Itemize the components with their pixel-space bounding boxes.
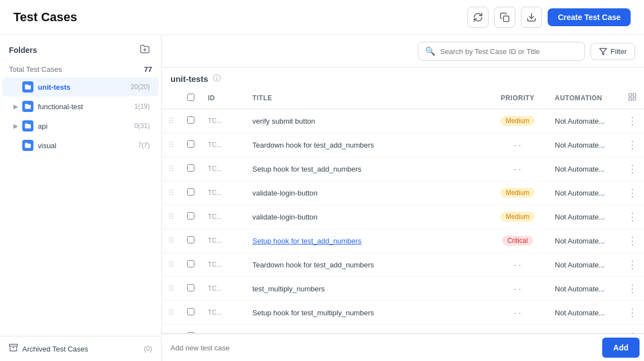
row-checkbox[interactable]: [187, 188, 194, 196]
sidebar: Folders Total Test Cases 77 unit-tests 2…: [0, 35, 162, 361]
drag-handle[interactable]: ⠿: [162, 181, 180, 205]
row-id: TC...: [201, 229, 246, 253]
drag-handle[interactable]: ⠿: [162, 133, 180, 157]
row-more-button[interactable]: ⋮: [621, 133, 644, 157]
drag-handle[interactable]: ⠿: [162, 301, 180, 325]
row-checkbox[interactable]: [187, 308, 194, 315]
search-bar: 🔍 Filter: [162, 35, 644, 68]
row-more-button[interactable]: ⋮: [621, 277, 644, 301]
priority-badge: Medium: [500, 116, 535, 126]
row-checkbox-cell: [180, 133, 201, 157]
sidebar-item-functional-test[interactable]: ▶ functional-test 1(19): [2, 97, 159, 116]
archive-icon: [9, 343, 18, 354]
table-row: ⠿TC...test_multiply_numbers- -Not Automa…: [162, 277, 644, 301]
row-checkbox[interactable]: [187, 260, 194, 267]
add-button[interactable]: Add: [602, 338, 640, 358]
row-checkbox-cell: [180, 253, 201, 277]
row-automation: Not Automate...: [548, 229, 621, 253]
info-icon[interactable]: ⓘ: [213, 74, 221, 84]
priority-badge: Medium: [500, 188, 535, 198]
search-icon: 🔍: [425, 46, 436, 56]
row-checkbox-cell: [180, 301, 201, 325]
total-test-cases-row: Total Test Cases 77: [0, 62, 161, 77]
col-automation-header: AUTOMATION: [548, 87, 621, 109]
sidebar-item-visual[interactable]: visual 7(7): [2, 136, 159, 155]
filter-button[interactable]: Filter: [591, 43, 635, 60]
row-id: TC...: [201, 253, 246, 277]
table-row: ⠿TC...validate-login-buttonMediumNot Aut…: [162, 181, 644, 205]
folder-name-unit-tests: unit-tests: [38, 83, 130, 91]
priority-badge: Critical: [502, 236, 534, 246]
search-input[interactable]: [440, 47, 578, 56]
row-automation: Not Automate...: [548, 109, 621, 133]
select-all-checkbox[interactable]: [187, 94, 194, 101]
row-checkbox[interactable]: [187, 236, 194, 243]
row-more-button[interactable]: ⋮: [621, 253, 644, 277]
row-checkbox-cell: [180, 229, 201, 253]
drag-handle[interactable]: ⠿: [162, 277, 180, 301]
row-priority: Critical: [487, 229, 548, 253]
folder-icon-functional: [22, 101, 33, 112]
copy-icon-button[interactable]: [494, 7, 515, 28]
row-automation: Not Automate...: [548, 301, 621, 325]
archived-count: (0): [144, 345, 152, 353]
refresh-icon-button[interactable]: [467, 7, 489, 28]
create-test-case-button[interactable]: Create Test Case: [548, 8, 631, 26]
row-automation: Not Automate...: [548, 133, 621, 157]
archived-section: Archived Test Cases (0): [0, 336, 161, 361]
sidebar-item-unit-tests[interactable]: unit-tests 20(20): [2, 77, 159, 96]
folder-name-functional-test: functional-test: [38, 103, 134, 111]
row-more-button[interactable]: ⋮: [621, 325, 644, 334]
drag-handle[interactable]: ⠿: [162, 157, 180, 181]
row-more-button[interactable]: ⋮: [621, 157, 644, 181]
drag-handle[interactable]: ⠿: [162, 253, 180, 277]
header-actions: Create Test Case: [467, 7, 631, 28]
folder-list: unit-tests 20(20) ▶ functional-test 1(19…: [0, 77, 161, 336]
drag-handle[interactable]: ⠿: [162, 325, 180, 334]
row-automation: Not Automate...: [548, 157, 621, 181]
svg-rect-7: [629, 94, 632, 96]
row-checkbox[interactable]: [187, 164, 194, 172]
drag-handle[interactable]: ⠿: [162, 109, 180, 133]
row-more-button[interactable]: ⋮: [621, 109, 644, 133]
row-checkbox[interactable]: [187, 212, 194, 219]
sidebar-item-api[interactable]: ▶ api 0(31): [2, 116, 159, 135]
row-automation: Not Automate...: [548, 181, 621, 205]
folder-icon: [22, 81, 33, 92]
drag-handle[interactable]: ⠿: [162, 205, 180, 229]
download-icon-button[interactable]: [521, 7, 542, 28]
row-more-button[interactable]: ⋮: [621, 229, 644, 253]
drag-handle[interactable]: ⠿: [162, 229, 180, 253]
row-priority: - -: [487, 301, 548, 325]
svg-rect-0: [504, 16, 509, 22]
row-checkbox[interactable]: [187, 284, 194, 291]
row-title: Teardown hook for test_add_numbers: [246, 133, 487, 157]
row-more-button[interactable]: ⋮: [621, 301, 644, 325]
row-id: TC...: [201, 109, 246, 133]
chevron-icon-functional: ▶: [11, 102, 20, 111]
row-checkbox[interactable]: [187, 140, 194, 148]
row-more-button[interactable]: ⋮: [621, 181, 644, 205]
table-row: ⠿TC...Setup hook for test_multiply_numbe…: [162, 301, 644, 325]
svg-rect-4: [9, 344, 18, 346]
table-row: ⠿TC...Teardown hook for test_add_numbers…: [162, 253, 644, 277]
row-priority: - -: [487, 133, 548, 157]
add-test-case-input[interactable]: [162, 336, 598, 360]
row-checkbox[interactable]: [187, 116, 194, 124]
row-checkbox-cell: [180, 181, 201, 205]
folder-icon-visual: [22, 140, 33, 151]
row-id: TC...: [201, 277, 246, 301]
row-more-button[interactable]: ⋮: [621, 205, 644, 229]
row-checkbox-cell: [180, 157, 201, 181]
row-title[interactable]: Setup hook for test_add_numbers: [246, 229, 487, 253]
add-folder-button[interactable]: [138, 43, 152, 57]
row-title: validate-login-button: [246, 181, 487, 205]
row-priority: Medium: [487, 181, 548, 205]
svg-rect-9: [633, 97, 636, 100]
row-id: TC...: [201, 301, 246, 325]
row-id: TC...: [201, 157, 246, 181]
search-input-wrap[interactable]: 🔍: [418, 42, 585, 61]
total-count: 77: [144, 65, 152, 74]
table-row: ⠿TC...verify submit buttonMediumNot Auto…: [162, 109, 644, 133]
row-priority: - -: [487, 157, 548, 181]
